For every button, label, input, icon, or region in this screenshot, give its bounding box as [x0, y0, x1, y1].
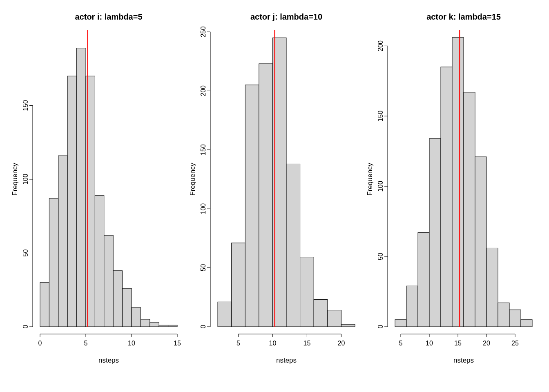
- histogram-bar: [464, 92, 475, 327]
- y-tick-label: 150: [22, 100, 29, 111]
- histogram-bar: [395, 320, 406, 327]
- histogram-bar: [132, 307, 141, 327]
- histogram-bar: [123, 288, 132, 327]
- x-axis-label: nsteps: [276, 356, 297, 364]
- histogram-bar: [441, 67, 452, 327]
- histogram-1: actor i: lambda=5051015nsteps050100150Fr…: [8, 8, 185, 376]
- x-tick-label: 10: [426, 340, 433, 347]
- x-tick-label: 5: [237, 340, 240, 347]
- y-tick-label: 50: [200, 264, 207, 272]
- x-tick-label: 15: [303, 340, 310, 347]
- histogram-2: actor j: lambda=105101520nsteps050100150…: [186, 8, 363, 376]
- chart-title: actor k: lambda=15: [426, 12, 501, 21]
- y-tick-label: 0: [22, 325, 29, 328]
- x-tick-label: 25: [511, 340, 519, 347]
- histogram-bar: [418, 233, 429, 327]
- y-tick-label: 200: [200, 85, 207, 96]
- histogram-bar: [327, 310, 341, 327]
- x-axis-label: nsteps: [453, 356, 474, 364]
- histogram-bar: [406, 286, 418, 327]
- histogram-bar: [429, 138, 441, 327]
- y-tick-label: 100: [200, 203, 207, 214]
- y-tick-label: 250: [200, 27, 207, 38]
- histogram-bar: [168, 325, 177, 327]
- histogram-bar: [231, 243, 245, 327]
- histogram-bar: [104, 235, 113, 327]
- y-tick-label: 100: [377, 181, 384, 192]
- histogram-bar: [40, 283, 49, 327]
- x-tick-label: 20: [337, 340, 345, 347]
- x-tick-label: 10: [269, 340, 276, 347]
- y-tick-label: 100: [22, 174, 29, 185]
- histogram-bar: [86, 76, 95, 327]
- x-axis-label: nsteps: [98, 356, 119, 364]
- histogram-bar: [521, 320, 532, 327]
- y-axis-label: Frequency: [189, 163, 196, 196]
- chart-grid: actor i: lambda=5051015nsteps050100150Fr…: [0, 0, 549, 392]
- histogram-bar: [245, 85, 259, 327]
- x-tick-label: 20: [483, 340, 490, 347]
- x-tick-label: 10: [128, 340, 135, 347]
- histogram-bar: [150, 322, 159, 327]
- histogram-bar: [452, 38, 464, 327]
- y-axis-label: Frequency: [11, 163, 19, 196]
- histogram-bar: [475, 157, 487, 327]
- histogram-bar: [159, 325, 168, 327]
- histogram-bar: [498, 303, 509, 327]
- chart-title: actor j: lambda=10: [250, 12, 322, 21]
- x-tick-label: 15: [174, 340, 181, 347]
- chart-title: actor i: lambda=5: [75, 12, 142, 21]
- y-tick-label: 150: [377, 111, 384, 122]
- histogram-bar: [286, 164, 300, 327]
- chart-panel-3: actor k: lambda=15510152025nsteps0501001…: [363, 8, 541, 376]
- histogram-bar: [218, 302, 232, 327]
- histogram-bar: [49, 198, 58, 327]
- chart-panel-1: actor i: lambda=5051015nsteps050100150Fr…: [8, 8, 186, 376]
- y-tick-label: 50: [22, 249, 29, 257]
- histogram-bar: [77, 48, 86, 327]
- y-tick-label: 50: [377, 253, 384, 260]
- x-tick-label: 5: [84, 340, 88, 347]
- histogram-bar: [487, 248, 498, 327]
- histogram-bar: [300, 257, 314, 327]
- histogram-bar: [67, 76, 76, 327]
- y-tick-label: 0: [377, 325, 384, 328]
- x-tick-label: 5: [399, 340, 403, 347]
- histogram-bar: [314, 300, 328, 327]
- y-axis-label: Frequency: [366, 163, 374, 196]
- histogram-bar: [509, 310, 521, 327]
- histogram-bar: [141, 319, 150, 327]
- chart-panel-2: actor j: lambda=105101520nsteps050100150…: [186, 8, 364, 376]
- histogram-bar: [58, 156, 67, 327]
- histogram-bar: [259, 64, 272, 327]
- y-tick-label: 150: [200, 144, 207, 155]
- y-tick-label: 200: [377, 40, 384, 51]
- histogram-3: actor k: lambda=15510152025nsteps0501001…: [363, 8, 540, 376]
- histogram-bar: [341, 324, 355, 327]
- y-tick-label: 0: [200, 325, 207, 328]
- x-tick-label: 15: [454, 340, 462, 347]
- histogram-bar: [95, 196, 104, 327]
- histogram-bar: [113, 271, 122, 327]
- x-tick-label: 0: [38, 340, 42, 347]
